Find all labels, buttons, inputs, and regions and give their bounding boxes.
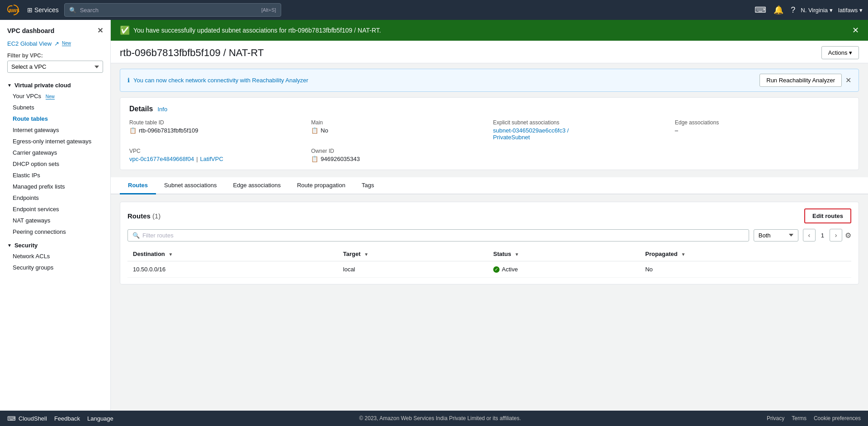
- sidebar-item-label: Endpoint services: [13, 206, 59, 213]
- actions-dropdown-button[interactable]: Actions ▾: [821, 46, 859, 59]
- help-icon[interactable]: ?: [791, 5, 795, 15]
- vpc-filter-select[interactable]: Select a VPC: [7, 61, 103, 73]
- sidebar-item-endpoints[interactable]: Endpoints: [0, 192, 110, 204]
- sidebar-item-label: Subnets: [13, 104, 34, 111]
- chevron-down-icon: ▼: [7, 243, 12, 248]
- sidebar-item-label: Security groups: [13, 264, 53, 271]
- pagination-next-button[interactable]: ›: [830, 229, 842, 241]
- filter-routes-input[interactable]: [142, 232, 744, 239]
- col-propagated: Propagated ▼: [640, 247, 851, 261]
- sidebar-section-vpc[interactable]: ▼ Virtual private cloud: [0, 77, 110, 90]
- your-vpcs-new-badge: New: [46, 94, 55, 99]
- sidebar-item-subnets[interactable]: Subnets: [0, 102, 110, 113]
- sort-icon[interactable]: ▼: [514, 252, 519, 257]
- reachability-close-button[interactable]: ✕: [845, 76, 851, 85]
- language-button[interactable]: Language: [87, 415, 113, 422]
- copy-icon[interactable]: 📋: [129, 127, 137, 134]
- feedback-button[interactable]: Feedback: [54, 415, 80, 422]
- sidebar-item-egress-gateways[interactable]: Egress-only internet gateways: [0, 136, 110, 147]
- details-info-link[interactable]: Info: [157, 106, 167, 113]
- user-menu[interactable]: latifaws ▾: [838, 7, 863, 14]
- sidebar-item-nat-gateways[interactable]: NAT gateways: [0, 215, 110, 226]
- explicit-subnet-link2[interactable]: PrivateSubnet: [493, 134, 668, 141]
- cell-target: local: [338, 261, 488, 278]
- sidebar-section-security-label: Security: [14, 242, 38, 249]
- tab-subnet-associations[interactable]: Subnet associations: [156, 177, 225, 194]
- sidebar-item-label: Managed prefix lists: [13, 183, 65, 190]
- sidebar-header: VPC dashboard ✕: [0, 20, 110, 38]
- page-header: rtb-096b7813fbfb5f109 / NAT-RT Actions ▾: [111, 41, 868, 63]
- cloudshell-button[interactable]: ⌨ CloudShell: [7, 415, 47, 422]
- routes-table-header: Destination ▼ Target ▼ Status ▼ Propag: [127, 247, 851, 261]
- table-settings-icon[interactable]: ⚙: [845, 231, 851, 240]
- explicit-subnet-label: Explicit subnet associations: [493, 119, 668, 126]
- sidebar-item-label: Carrier gateways: [13, 149, 57, 156]
- sidebar-item-route-tables[interactable]: Route tables: [0, 113, 110, 124]
- routes-header: Routes (1) Edit routes: [127, 208, 851, 223]
- tab-route-propagation[interactable]: Route propagation: [289, 177, 354, 194]
- sidebar-section-security[interactable]: ▼ Security: [0, 237, 110, 251]
- top-nav: aws ⊞ Services 🔍 [Alt+S] ⌨ 🔔 ? N. Virgin…: [0, 0, 868, 20]
- sidebar-item-label: Endpoints: [13, 194, 39, 201]
- routes-count: (1): [152, 212, 160, 220]
- filter-routes-input-wrap: 🔍: [127, 229, 749, 241]
- sidebar: VPC dashboard ✕ EC2 Global View ↗ New Fi…: [0, 20, 111, 411]
- copy-icon[interactable]: 📋: [311, 127, 318, 134]
- vpc-id-link[interactable]: vpc-0c1677e4849668f04: [129, 156, 194, 162]
- run-reachability-button[interactable]: Run Reachability Analyzer: [760, 74, 842, 87]
- sidebar-close-button[interactable]: ✕: [97, 26, 103, 35]
- copy-icon[interactable]: 📋: [311, 156, 318, 162]
- page-title-row: rtb-096b7813fbfb5f109 / NAT-RT Actions ▾: [120, 46, 859, 59]
- bell-icon[interactable]: 🔔: [774, 5, 783, 15]
- sort-icon[interactable]: ▼: [681, 252, 685, 257]
- sidebar-item-prefix-lists[interactable]: Managed prefix lists: [0, 181, 110, 192]
- sidebar-ec2-global-view[interactable]: EC2 Global View ↗ New: [0, 38, 110, 49]
- reachability-text: You can now check network connectivity w…: [133, 77, 308, 84]
- terms-link[interactable]: Terms: [792, 415, 807, 421]
- cookie-prefs-link[interactable]: Cookie preferences: [814, 415, 861, 421]
- sidebar-item-internet-gateways[interactable]: Internet gateways: [0, 124, 110, 136]
- sidebar-item-label: Elastic IPs: [13, 172, 40, 179]
- reachability-actions: Run Reachability Analyzer ✕: [760, 74, 851, 87]
- edit-routes-button[interactable]: Edit routes: [804, 208, 851, 223]
- sidebar-item-dhcp[interactable]: DHCP option sets: [0, 158, 110, 170]
- tab-routes[interactable]: Routes: [120, 177, 156, 194]
- success-banner-close[interactable]: ✕: [852, 25, 859, 35]
- tab-edge-associations[interactable]: Edge associations: [225, 177, 289, 194]
- tab-tags[interactable]: Tags: [354, 177, 382, 194]
- cloudshell-icon[interactable]: ⌨: [755, 5, 766, 15]
- explicit-subnet-value[interactable]: subnet-03465029ae6cc6fc3 /: [493, 127, 668, 134]
- sidebar-item-label: Peering connections: [13, 228, 66, 235]
- sidebar-item-peering[interactable]: Peering connections: [0, 226, 110, 237]
- both-dropdown[interactable]: Both Active Blackhole: [754, 229, 798, 241]
- success-message: ✅ You have successfully updated subnet a…: [120, 25, 381, 35]
- aws-logo[interactable]: aws: [5, 2, 22, 18]
- pagination-prev-button[interactable]: ‹: [803, 229, 816, 241]
- sidebar-item-security-groups[interactable]: Security groups: [0, 262, 110, 273]
- filter-label: Filter by VPC:: [0, 49, 110, 61]
- sidebar-item-endpoint-services[interactable]: Endpoint services: [0, 204, 110, 215]
- search-bar[interactable]: 🔍 [Alt+S]: [64, 3, 281, 17]
- field-vpc: VPC vpc-0c1677e4849668f04 | LatifVPC: [129, 148, 304, 162]
- page-actions: Actions ▾: [821, 46, 859, 59]
- search-input[interactable]: [80, 7, 258, 14]
- services-menu[interactable]: ⊞ Services: [27, 6, 59, 14]
- region-selector[interactable]: N. Virginia ▾: [801, 7, 833, 14]
- sidebar-item-elastic-ips[interactable]: Elastic IPs: [0, 170, 110, 181]
- sidebar-item-label: NAT gateways: [13, 217, 50, 224]
- page-title: rtb-096b7813fbfb5f109 / NAT-RT: [120, 47, 264, 59]
- services-label: Services: [34, 6, 59, 14]
- sort-icon[interactable]: ▼: [364, 252, 368, 257]
- vpc-name-link[interactable]: LatifVPC: [200, 156, 223, 162]
- sidebar-item-network-acls[interactable]: Network ACLs: [0, 251, 110, 262]
- search-icon: 🔍: [132, 232, 140, 239]
- user-label: latifaws: [838, 7, 858, 14]
- sidebar-item-carrier-gateways[interactable]: Carrier gateways: [0, 147, 110, 158]
- details-grid: Route table ID 📋 rtb-096b7813fbfb5f109 M…: [129, 119, 849, 162]
- privacy-link[interactable]: Privacy: [767, 415, 784, 421]
- sidebar-item-your-vpcs[interactable]: Your VPCs New: [0, 90, 110, 102]
- sidebar-item-label: Egress-only internet gateways: [13, 138, 91, 145]
- sort-icon[interactable]: ▼: [168, 252, 173, 257]
- external-link-icon: ↗: [54, 40, 59, 47]
- field-explicit-subnet: Explicit subnet associations subnet-0346…: [493, 119, 668, 141]
